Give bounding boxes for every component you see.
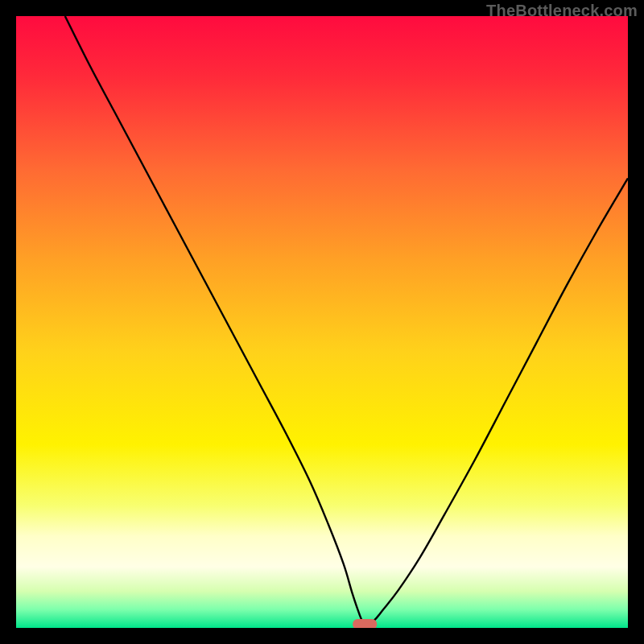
gradient-background	[16, 16, 628, 628]
plot-area	[16, 16, 628, 628]
chart-frame: { "watermark": "TheBottleneck.com", "col…	[0, 0, 644, 644]
minimum-marker	[353, 619, 377, 628]
chart-svg	[16, 16, 628, 628]
watermark-text: TheBottleneck.com	[486, 2, 638, 20]
